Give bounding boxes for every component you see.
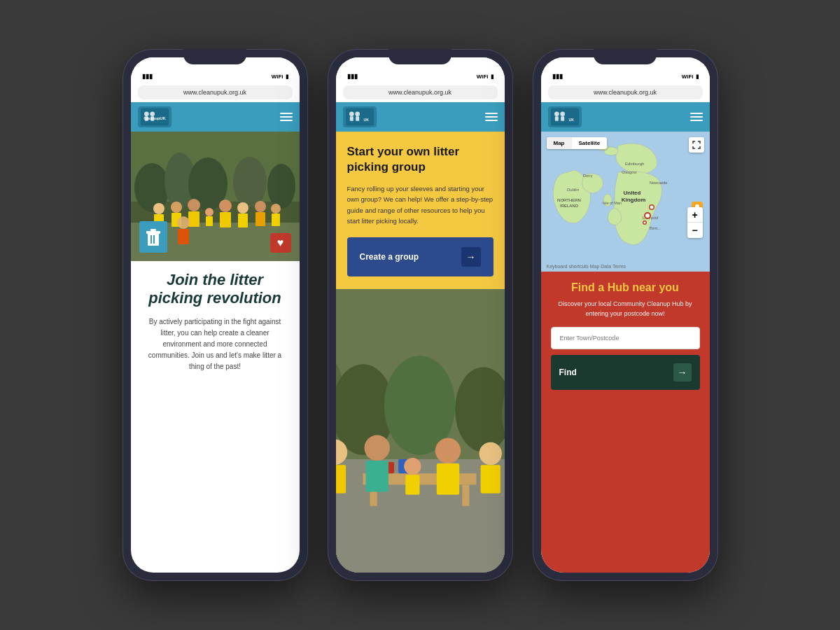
phone1-headline: Join the litter picking revolution: [142, 271, 288, 308]
map-area: United Kingdom NORTHERN IRELAND Dublin D…: [541, 132, 710, 272]
hamburger-line: [280, 120, 293, 121]
url-text-2: www.cleanupuk.org.uk: [388, 89, 451, 96]
svg-rect-65: [480, 465, 500, 493]
svg-point-16: [171, 202, 182, 213]
svg-point-12: [267, 164, 295, 209]
svg-text:Newcastle: Newcastle: [650, 181, 667, 185]
map-expand-button[interactable]: [689, 137, 704, 153]
logo-2: UK: [343, 106, 377, 127]
signal-bars-2: ▮▮▮: [347, 73, 358, 80]
svg-rect-36: [153, 235, 155, 244]
logo-1: CleanupUK: [138, 106, 172, 127]
hamburger-menu-2[interactable]: [485, 113, 498, 121]
create-group-button[interactable]: Create a group →: [347, 237, 493, 276]
zoom-in-button[interactable]: +: [687, 207, 703, 223]
svg-point-60: [364, 435, 389, 461]
phone-notch-2: [388, 49, 451, 64]
svg-text:Kingdom: Kingdom: [621, 197, 645, 203]
wifi-icon: WiFi: [272, 74, 284, 80]
svg-point-24: [237, 202, 248, 214]
phone-2: ▮▮▮ WiFi ▮ www.cleanupuk.org.uk: [328, 49, 513, 581]
svg-rect-19: [188, 211, 200, 227]
svg-point-8: [134, 163, 169, 212]
nav-bar-3: UK: [541, 102, 710, 132]
svg-text:IRELAND: IRELAND: [559, 204, 578, 208]
svg-point-64: [479, 442, 501, 465]
find-button[interactable]: Find →: [551, 355, 700, 390]
phone2-body: Fancy rolling up your sleeves and starti…: [347, 183, 493, 226]
wifi-icon-3: WiFi: [682, 74, 694, 80]
hamburger-menu-3[interactable]: [690, 113, 703, 121]
url-bar-1[interactable]: www.cleanupuk.org.uk: [138, 85, 293, 99]
logo-svg-2: UK: [346, 107, 374, 127]
hamburger-line: [485, 116, 498, 118]
create-group-label: Create a group: [360, 252, 419, 262]
url-bar-2[interactable]: www.cleanupuk.org.uk: [343, 85, 498, 99]
status-icons-3: WiFi ▮: [682, 74, 699, 80]
svg-point-97: [650, 206, 653, 209]
signal-bars: ▮▮▮: [142, 73, 153, 80]
svg-point-18: [188, 199, 200, 211]
svg-rect-5: [150, 116, 154, 121]
svg-point-62: [435, 438, 460, 463]
svg-text:UK: UK: [363, 118, 369, 122]
svg-text:Derry: Derry: [583, 174, 593, 178]
svg-rect-74: [554, 116, 558, 121]
find-hub-section: Find a Hub near you Discover your local …: [541, 272, 710, 573]
map-svg: United Kingdom NORTHERN IRELAND Dublin D…: [541, 132, 710, 272]
svg-rect-31: [178, 229, 189, 244]
phone-3: ▮▮▮ WiFi ▮ www.cleanupuk.org.uk: [533, 49, 718, 581]
heart-symbol: ♥: [277, 237, 284, 249]
hamburger-menu-1[interactable]: [280, 113, 293, 121]
svg-rect-69: [405, 475, 419, 494]
url-bar-3[interactable]: www.cleanupuk.org.uk: [548, 85, 703, 99]
heart-icon: ♥: [270, 233, 291, 253]
map-tab-satellite[interactable]: Satellite: [572, 137, 608, 149]
svg-point-22: [219, 200, 232, 212]
svg-point-20: [205, 208, 214, 216]
svg-point-2: [144, 112, 149, 117]
logo-svg-1: CleanupUK: [141, 107, 169, 127]
svg-point-68: [404, 458, 421, 475]
map-footer-text: Keyboard shortcuts Map Data Terms: [547, 264, 626, 269]
svg-point-95: [645, 214, 650, 218]
trash-icon: [139, 221, 167, 253]
postcode-input[interactable]: [551, 327, 700, 349]
map-tab-satellite-label: Satellite: [579, 140, 601, 146]
hamburger-line: [690, 113, 703, 114]
svg-text:Birm...: Birm...: [650, 226, 661, 230]
svg-rect-34: [150, 229, 156, 231]
svg-rect-61: [365, 461, 388, 492]
phone2-yellow-section: Start your own litter picking group Fanc…: [336, 132, 505, 289]
svg-point-14: [153, 203, 164, 214]
phone2-title: Start your own litter picking group: [347, 144, 493, 175]
phone-notch-3: [594, 49, 657, 64]
svg-rect-63: [436, 463, 458, 495]
svg-point-73: [554, 112, 559, 117]
map-tab-map-label: Map: [554, 140, 565, 146]
logo-3: UK: [548, 106, 582, 127]
svg-text:NORTHERN: NORTHERN: [557, 198, 581, 202]
expand-icon: [692, 141, 701, 149]
phone1-text-content: Join the litter picking revolution By ac…: [131, 261, 300, 573]
svg-point-40: [355, 112, 360, 117]
svg-rect-25: [238, 214, 248, 227]
svg-rect-35: [150, 235, 152, 244]
battery-icon: ▮: [286, 74, 288, 80]
map-zoom-controls: + −: [687, 207, 703, 238]
svg-rect-3: [144, 116, 148, 121]
hamburger-line: [485, 113, 498, 114]
zoom-out-button[interactable]: −: [687, 223, 703, 238]
hamburger-line: [280, 113, 293, 114]
svg-rect-76: [561, 116, 564, 121]
svg-point-26: [255, 201, 266, 212]
svg-text:Dublin: Dublin: [567, 188, 579, 192]
svg-rect-23: [220, 212, 231, 227]
map-tab-map[interactable]: Map: [547, 137, 572, 149]
find-hub-title: Find a Hub near you: [551, 281, 700, 294]
phone-1: ▮▮▮ WiFi ▮ www.cleanupuk.org.uk CleanupU…: [122, 49, 308, 581]
svg-rect-27: [255, 212, 265, 226]
status-icons: WiFi ▮: [272, 74, 288, 80]
wifi-icon-2: WiFi: [477, 74, 489, 80]
phone1-body: By actively participating in the fight a…: [142, 316, 288, 372]
